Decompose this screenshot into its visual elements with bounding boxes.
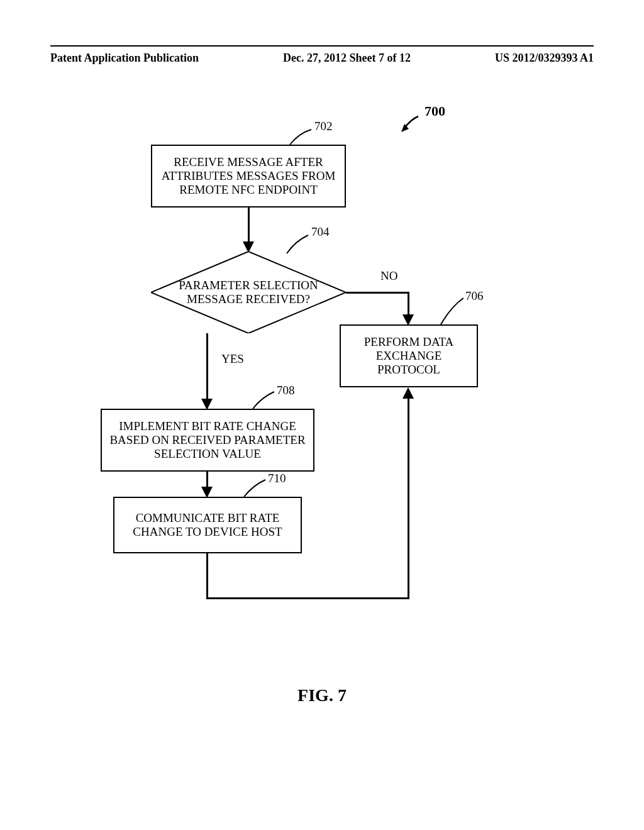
leader-706 [437, 294, 469, 326]
arrow-no-horizontal [346, 292, 409, 294]
leader-704 [283, 231, 314, 257]
box-706-text: PERFORM DATA EXCHANGE PROTOCOL [346, 335, 472, 377]
header-center: Dec. 27, 2012 Sheet 7 of 12 [283, 52, 411, 65]
box-702-text: RECEIVE MESSAGE AFTER ATTRIBUTES MESSAGE… [157, 155, 340, 197]
arrowhead-710-to-706 [402, 387, 414, 399]
box-708-text: IMPLEMENT BIT RATE CHANGE BASED ON RECEI… [107, 419, 308, 461]
decision-diamond-704: PARAMETER SELECTION MESSAGE RECEIVED? [151, 252, 346, 333]
process-box-710: COMMUNICATE BIT RATE CHANGE TO DEVICE HO… [113, 497, 302, 553]
ref-arrow-700 [399, 113, 425, 132]
box-710-text: COMMUNICATE BIT RATE CHANGE TO DEVICE HO… [119, 511, 296, 539]
no-label: NO [380, 269, 397, 283]
flowchart-diagram: 700 RECEIVE MESSAGE AFTER ATTRIBUTES MES… [50, 107, 594, 660]
ref-label-708: 708 [277, 384, 295, 397]
yes-label: YES [221, 352, 244, 366]
process-box-708: IMPLEMENT BIT RATE CHANGE BASED ON RECEI… [101, 409, 314, 472]
arrow-702-to-704 [248, 208, 250, 244]
arrow-yes-vertical [206, 333, 208, 401]
diamond-704-text: PARAMETER SELECTION MESSAGE RECEIVED? [161, 279, 336, 306]
process-box-702: RECEIVE MESSAGE AFTER ATTRIBUTES MESSAGE… [151, 145, 346, 208]
ref-label-706: 706 [465, 289, 484, 303]
leader-708 [249, 389, 280, 411]
arrow-no-vertical [408, 292, 409, 317]
process-box-706: PERFORM DATA EXCHANGE PROTOCOL [340, 324, 478, 387]
leader-710 [240, 477, 272, 499]
arrow-710-up [408, 396, 409, 599]
page-header: Patent Application Publication Dec. 27, … [50, 52, 594, 65]
header-left: Patent Application Publication [50, 52, 199, 65]
ref-label-710: 710 [268, 472, 286, 485]
header-right: US 2012/0329393 A1 [495, 52, 594, 65]
arrow-710-down [206, 553, 208, 599]
figure-label: FIG. 7 [0, 685, 644, 706]
ref-label-702: 702 [314, 119, 333, 133]
ref-label-704: 704 [311, 225, 330, 239]
arrow-710-right [206, 597, 409, 599]
ref-label-700: 700 [425, 103, 445, 119]
page-top-rule [50, 45, 594, 47]
leader-702 [286, 126, 318, 148]
